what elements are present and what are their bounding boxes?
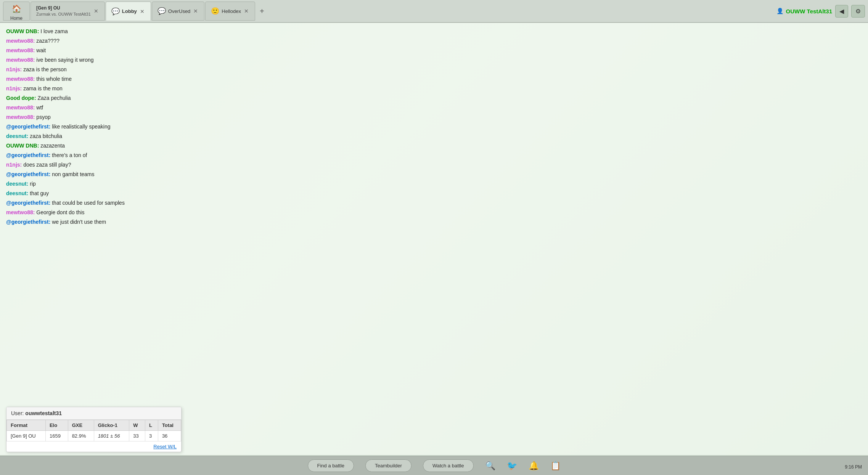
user-status-icon: 👤 [776, 8, 784, 14]
chat-line: n1njs: does zaza still play? [6, 161, 862, 169]
chat-line: n1njs: zama is the mon [6, 85, 862, 93]
chat-line: @georgiethefirst: we just didn't use the… [6, 218, 862, 226]
reset-wl-button[interactable]: Reset W/L [6, 441, 181, 452]
chat-text: Zaza pechulia [37, 95, 71, 101]
chat-text: does zaza still play? [23, 162, 71, 168]
chat-text: wait [36, 47, 46, 53]
chat-text: we just didn't use them [52, 219, 106, 225]
chat-line: deesnut: rip [6, 180, 862, 188]
chat-username: @georgiethefirst: [6, 152, 52, 158]
tab-lobby-close[interactable]: ✕ [139, 9, 145, 14]
col-gxe: GXE [68, 420, 94, 431]
hellodex-icon: 🙂 [211, 7, 219, 15]
sound-button[interactable]: ◀ [835, 5, 848, 18]
chat-line: OUWW DNB: I love zama [6, 27, 862, 35]
chat-text: wtf [36, 104, 43, 111]
chat-text: rip [30, 181, 36, 187]
chat-line: mewtwo88: wtf [6, 104, 862, 112]
chat-username: n1njs: [6, 162, 23, 168]
chat-username: mewtwo88: [6, 47, 36, 53]
chat-username: mewtwo88: [6, 104, 36, 111]
stat-total: 36 [158, 431, 181, 441]
stat-format: [Gen 9] OU [7, 431, 46, 441]
chat-username: n1njs: [6, 85, 23, 91]
twitter-icon-btn[interactable]: 🐦 [507, 461, 517, 471]
watch-battle-button[interactable]: Watch a battle [423, 459, 474, 472]
chat-username: deesnut: [6, 190, 30, 196]
chat-username: Good dope: [6, 95, 37, 101]
chat-line: @georgiethefirst: that could be used for… [6, 199, 862, 207]
chat-text: there's a ton of [52, 152, 87, 158]
chat-username: OUWW DNB: [6, 143, 40, 149]
chat-text: zaza???? [36, 38, 59, 44]
stat-gxe: 82.9% [68, 431, 94, 441]
chat-text: zazazenta [40, 143, 65, 149]
chat-line: OUWW DNB: zazazenta [6, 142, 862, 150]
chat-line: n1njs: zaza is the person [6, 66, 862, 74]
tab-bar-right: 👤 OUWW TestAlt31 ◀ ⚙ [776, 5, 865, 18]
find-battle-button[interactable]: Find a battle [308, 459, 354, 472]
chat-line: mewtwo88: wait [6, 47, 862, 55]
overused-icon: 💬 [158, 7, 166, 15]
chat-line: mewtwo88: this whole time [6, 75, 862, 83]
chat-text: non gambit teams [52, 171, 94, 177]
add-tab-button[interactable]: + [256, 5, 268, 17]
tab-battle-subtitle: Zurmak vs. OUWW TestAlt31 [36, 11, 91, 17]
bottom-bar: Find a battle Teambuilder Watch a battle… [0, 456, 868, 475]
stat-w: 33 [129, 431, 145, 441]
chat-line: mewtwo88: ive been saying it wrong [6, 56, 862, 64]
chat-username: mewtwo88: [6, 114, 36, 120]
chat-area: OUWW DNB: I love zamamewtwo88: zaza????m… [0, 23, 868, 474]
tab-bar: 🏠 Home [Gen 9] OU Zurmak vs. OUWW TestAl… [0, 0, 868, 23]
tab-overused-close[interactable]: ✕ [193, 8, 199, 14]
col-format: Format [7, 420, 46, 431]
tab-battle-title: [Gen 9] OU [36, 5, 91, 11]
chat-username: deesnut: [6, 133, 30, 139]
time-display: 9:16 PM [845, 464, 862, 470]
stats-user-label: User: [11, 410, 25, 416]
stats-table: Format Elo GXE Glicko-1 W L Total [Gen 9… [6, 420, 181, 441]
lobby-icon: 💬 [111, 7, 120, 16]
chat-line: Good dope: Zaza pechulia [6, 94, 862, 102]
chat-username: mewtwo88: [6, 57, 36, 63]
chat-text: zaza bitchulia [30, 133, 62, 139]
clipboard-icon-btn[interactable]: 📋 [550, 461, 561, 471]
chat-text: I love zama [40, 28, 68, 34]
tab-lobby[interactable]: 💬 Lobby ✕ [106, 2, 151, 21]
tab-battle-close[interactable]: ✕ [93, 8, 99, 14]
tab-hellodex-close[interactable]: ✕ [243, 8, 249, 14]
chat-text: Georgie dont do this [36, 209, 84, 215]
stats-username: ouwwtestalt31 [25, 410, 62, 416]
chat-messages: OUWW DNB: I love zamamewtwo88: zaza????m… [0, 23, 868, 404]
chat-text: this whole time [36, 76, 72, 82]
chat-text: like realistically speaking [52, 124, 110, 130]
tab-overused[interactable]: 💬 OverUsed ✕ [152, 2, 205, 21]
chat-line: deesnut: zaza bitchulia [6, 132, 862, 140]
chat-username: @georgiethefirst: [6, 200, 52, 206]
chat-line: deesnut: that guy [6, 189, 862, 197]
col-elo: Elo [45, 420, 68, 431]
col-total: Total [158, 420, 181, 431]
stats-header: User: ouwwtestalt31 [6, 407, 181, 420]
chat-text: zaza is the person [23, 66, 67, 72]
tab-home[interactable]: 🏠 Home [3, 2, 30, 21]
chat-line: mewtwo88: psyop [6, 113, 862, 121]
tab-overused-label: OverUsed [168, 8, 191, 14]
search-icon-btn[interactable]: 🔍 [485, 461, 495, 471]
chat-line: @georgiethefirst: like realistically spe… [6, 123, 862, 131]
chat-username: OUWW DNB: [6, 28, 40, 34]
notification-icon-btn[interactable]: 🔔 [529, 461, 539, 471]
stats-popup: User: ouwwtestalt31 Format Elo GXE Glick… [6, 407, 182, 452]
chat-line: @georgiethefirst: there's a ton of [6, 151, 862, 159]
chat-text: psyop [36, 114, 50, 120]
col-glicko: Glicko-1 [94, 420, 129, 431]
chat-username: n1njs: [6, 66, 23, 72]
tab-battle[interactable]: [Gen 9] OU Zurmak vs. OUWW TestAlt31 ✕ [31, 2, 105, 21]
username-display: OUWW TestAlt31 [786, 8, 832, 14]
chat-text: that could be used for samples [52, 200, 125, 206]
chat-line: mewtwo88: Georgie dont do this [6, 209, 862, 217]
chat-text: that guy [30, 190, 49, 196]
settings-button[interactable]: ⚙ [851, 5, 865, 18]
tab-hellodex[interactable]: 🙂 Hellodex ✕ [205, 2, 255, 21]
teambuilder-button[interactable]: Teambuilder [365, 459, 411, 472]
